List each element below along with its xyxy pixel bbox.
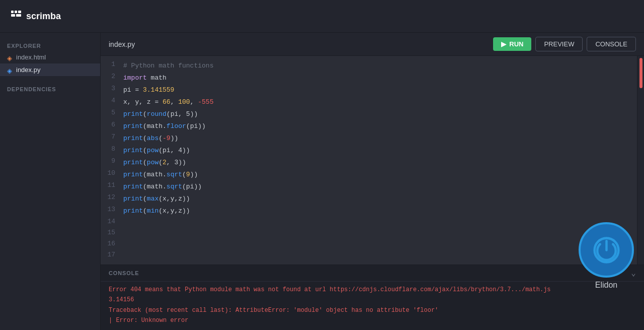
line-content: pi = 3.141559 [123, 85, 174, 96]
line-number: 8 [101, 145, 123, 153]
line-number: 5 [101, 109, 123, 116]
code-line: 14 [101, 217, 637, 228]
sidebar-item-py-label: index.py [16, 66, 40, 74]
line-content: print(round(pi, 5)) [123, 109, 198, 120]
line-number: 10 [101, 169, 123, 177]
sidebar-item-html[interactable]: ◈ index.html [0, 51, 100, 63]
line-content: print(max(x,y,z)) [123, 193, 190, 205]
console-line: | Error: Unknown error [109, 315, 636, 325]
code-line: 11print(math.sqrt(pi)) [101, 181, 637, 193]
run-play-icon: ▶ [501, 40, 506, 48]
svg-rect-1 [15, 11, 17, 13]
line-number: 11 [101, 181, 123, 189]
code-line: 10print(math.sqrt(9)) [101, 169, 637, 181]
line-number: 17 [101, 251, 123, 258]
line-number: 1 [101, 60, 123, 68]
line-number: 15 [101, 229, 123, 236]
line-content: print(min(x,y,z)) [123, 206, 190, 217]
line-content: print(math.sqrt(9)) [123, 169, 198, 180]
svg-rect-0 [11, 11, 14, 13]
html-file-icon: ◈ [7, 54, 13, 60]
console-panel: CONSOLE ⌄ Error 404 means that Python mo… [101, 265, 644, 330]
code-line: 5print(round(pi, 5)) [101, 108, 637, 120]
line-number: 12 [101, 193, 123, 201]
power-icon [593, 236, 620, 264]
py-file-icon: ◈ [7, 67, 13, 73]
line-content: print(math.sqrt(pi)) [123, 181, 202, 192]
console-output: Error 404 means that Python module math … [101, 282, 644, 328]
scrollbar[interactable] [637, 56, 644, 265]
line-number: 13 [101, 206, 123, 213]
header: scrimba [0, 0, 644, 33]
line-content: print(math.floor(pi)) [123, 121, 206, 132]
code-line: 16 [101, 239, 637, 250]
logo: scrimba [10, 9, 61, 24]
avatar-name: Elidon [595, 281, 617, 290]
code-line: 4x, y, z = 66, 100, -555 [101, 96, 637, 108]
scrollbar-thumb [639, 58, 642, 88]
console-button[interactable]: CONSOLE [587, 37, 636, 51]
avatar-overlay: Elidon [579, 222, 634, 290]
line-number: 2 [101, 73, 123, 80]
line-content: # Python math functions [123, 60, 213, 72]
console-panel-label: CONSOLE [109, 270, 139, 276]
sidebar: EXPLORER ◈ index.html ◈ index.py DEPENDE… [0, 33, 101, 330]
line-content: print(pow(2, 3)) [123, 157, 186, 168]
explorer-label: EXPLORER [0, 39, 100, 51]
line-number: 16 [101, 240, 123, 247]
code-line: 15 [101, 228, 637, 239]
sidebar-item-html-label: index.html [16, 53, 46, 61]
avatar-circle [579, 222, 634, 278]
line-number: 7 [101, 133, 123, 141]
console-line: Error 404 means that Python module math … [109, 285, 636, 295]
line-content: x, y, z = 66, 100, -555 [123, 97, 213, 108]
code-line: 1# Python math functions [101, 60, 637, 72]
editor-area: index.py ▶ RUN PREVIEW CONSOLE 1# Python… [101, 33, 644, 330]
editor-toolbar: index.py ▶ RUN PREVIEW CONSOLE [101, 33, 644, 56]
line-content: print(pow(pi, 4)) [123, 145, 190, 156]
toolbar-buttons: ▶ RUN PREVIEW CONSOLE [493, 37, 636, 51]
svg-rect-2 [18, 11, 21, 13]
code-line: 8print(pow(pi, 4)) [101, 145, 637, 157]
logo-icon [10, 9, 22, 24]
code-line: 7print(abs(-9)) [101, 133, 637, 145]
code-line: 9print(pow(2, 3)) [101, 157, 637, 169]
svg-rect-4 [16, 14, 21, 17]
console-line: 3.14156 [109, 295, 636, 305]
svg-rect-3 [11, 14, 15, 17]
line-content: print(abs(-9)) [123, 133, 178, 144]
preview-button[interactable]: PREVIEW [535, 37, 583, 51]
code-line: 17 [101, 250, 637, 261]
line-number: 6 [101, 121, 123, 128]
run-button[interactable]: ▶ RUN [493, 37, 531, 51]
logo-text: scrimba [26, 11, 61, 22]
line-content: import math [123, 73, 167, 84]
console-line: Traceback (most recent call last): Attri… [109, 305, 636, 315]
code-editor[interactable]: 1# Python math functions2import math3pi … [101, 56, 637, 265]
code-line: 13print(min(x,y,z)) [101, 205, 637, 217]
code-line: 2import math [101, 72, 637, 84]
line-number: 9 [101, 157, 123, 165]
line-number: 4 [101, 97, 123, 104]
console-header: CONSOLE ⌄ [101, 265, 644, 282]
code-line: 6print(math.floor(pi)) [101, 120, 637, 133]
editor-filename: index.py [109, 40, 135, 48]
line-number: 14 [101, 218, 123, 225]
code-line: 12print(max(x,y,z)) [101, 193, 637, 205]
sidebar-item-py[interactable]: ◈ index.py [0, 63, 100, 76]
run-label: RUN [509, 40, 523, 48]
main-area: EXPLORER ◈ index.html ◈ index.py DEPENDE… [0, 33, 644, 330]
dependencies-label: DEPENDENCIES [0, 82, 100, 94]
line-number: 3 [101, 85, 123, 92]
code-line: 3pi = 3.141559 [101, 84, 637, 96]
